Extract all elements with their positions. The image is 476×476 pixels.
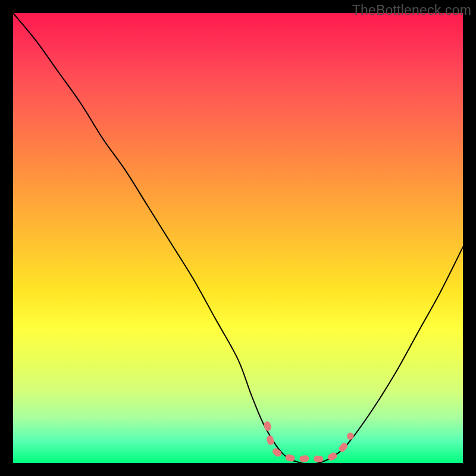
plot-area	[13, 13, 463, 463]
sweet-spot-marker	[267, 425, 350, 459]
chart-svg	[13, 13, 463, 463]
chart-container: TheBottleneck.com	[0, 0, 476, 476]
bottleneck-curve	[13, 13, 463, 464]
watermark-text: TheBottleneck.com	[352, 2, 471, 18]
